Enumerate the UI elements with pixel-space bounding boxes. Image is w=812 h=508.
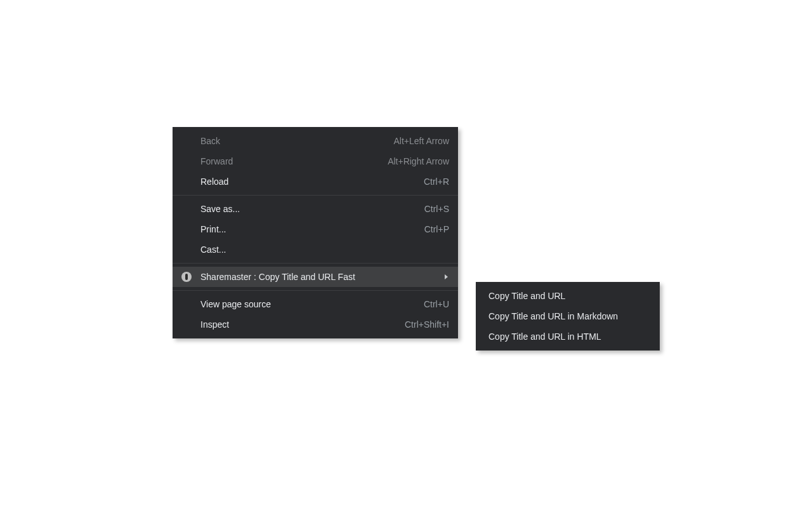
menu-item-back[interactable]: Back Alt+Left Arrow: [173, 131, 458, 151]
menu-separator: [173, 263, 458, 264]
menu-item-forward[interactable]: Forward Alt+Right Arrow: [173, 151, 458, 171]
menu-item-cast[interactable]: Cast...: [173, 239, 458, 260]
menu-item-label: Back: [200, 136, 220, 146]
menu-item-label: Save as...: [200, 204, 240, 214]
menu-item-label: Copy Title and URL in Markdown: [488, 311, 618, 321]
menu-item-label: Forward: [200, 156, 233, 166]
menu-item-shortcut: Ctrl+P: [424, 224, 449, 234]
menu-item-sharemaster[interactable]: Sharemaster : Copy Title and URL Fast: [173, 267, 458, 287]
menu-item-label: Copy Title and URL: [488, 291, 565, 301]
submenu-item-copy-html[interactable]: Copy Title and URL in HTML: [476, 326, 660, 347]
submenu-sharemaster: Copy Title and URL Copy Title and URL in…: [476, 282, 660, 351]
menu-item-shortcut: Ctrl+R: [424, 177, 449, 187]
menu-item-print[interactable]: Print... Ctrl+P: [173, 219, 458, 239]
menu-item-shortcut: Alt+Left Arrow: [393, 136, 449, 146]
menu-item-label: Copy Title and URL in HTML: [488, 331, 601, 342]
menu-item-view-source[interactable]: View page source Ctrl+U: [173, 294, 458, 314]
menu-item-reload[interactable]: Reload Ctrl+R: [173, 171, 458, 192]
extension-icon: [180, 271, 193, 283]
menu-separator: [173, 290, 458, 291]
menu-item-label: View page source: [200, 299, 271, 309]
submenu-item-copy-markdown[interactable]: Copy Title and URL in Markdown: [476, 306, 660, 326]
menu-item-shortcut: Ctrl+Shift+I: [405, 319, 449, 330]
context-menu: Back Alt+Left Arrow Forward Alt+Right Ar…: [173, 127, 458, 338]
menu-item-label: Inspect: [200, 319, 229, 330]
menu-item-inspect[interactable]: Inspect Ctrl+Shift+I: [173, 314, 458, 335]
menu-item-shortcut: Ctrl+U: [424, 299, 449, 309]
menu-item-label: Reload: [200, 177, 228, 187]
menu-item-label: Sharemaster : Copy Title and URL Fast: [200, 272, 355, 282]
menu-item-label: Print...: [200, 224, 226, 234]
menu-item-shortcut: Alt+Right Arrow: [388, 156, 449, 166]
submenu-item-copy-title-url[interactable]: Copy Title and URL: [476, 286, 660, 306]
menu-item-save-as[interactable]: Save as... Ctrl+S: [173, 199, 458, 219]
menu-item-label: Cast...: [200, 244, 226, 255]
menu-item-shortcut: Ctrl+S: [424, 204, 449, 214]
menu-separator: [173, 195, 458, 196]
chevron-right-icon: [444, 272, 449, 282]
